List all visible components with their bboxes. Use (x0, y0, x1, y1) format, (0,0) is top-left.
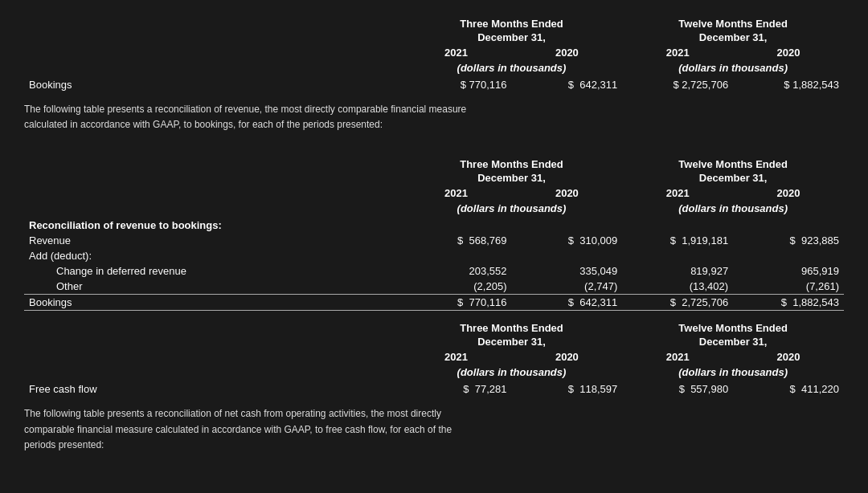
bookings-3m-2020-1: $ 642,311 (511, 77, 622, 92)
three-months-dec-2: December 31, (401, 170, 623, 185)
three-months-dec-3: December 31, (401, 334, 623, 349)
change-3m-2020: 335,049 (511, 263, 622, 279)
section-bookings-top: Three Months Ended Twelve Months Ended D… (24, 16, 844, 92)
fcf-table: Three Months Ended Twelve Months Ended D… (24, 320, 844, 397)
change-12m-2020: 965,919 (733, 263, 844, 279)
col-3m-2020-2: 2020 (511, 185, 622, 201)
col-12m-2020-3: 2020 (733, 349, 844, 365)
other-row: Other (2,205) (2,747) (13,402) (7,261) (24, 279, 844, 295)
col-3m-2021-2: 2021 (401, 185, 512, 201)
col-3m-2020-1: 2020 (511, 45, 622, 60)
unit-12m-3: (dollars in thousands) (622, 365, 844, 381)
add-deduct-row: Add (deduct): (24, 248, 844, 263)
unit-12m-1: (dollars in thousands) (622, 60, 844, 77)
col-3m-2020-3: 2020 (511, 349, 622, 365)
fcf-3m-2020: $ 118,597 (511, 381, 622, 397)
bookings-total-12m-2021: $ 2,725,706 (622, 295, 733, 311)
revenue-label: Revenue (24, 233, 401, 248)
bookings-label-1: Bookings (24, 77, 401, 92)
other-12m-2021: (13,402) (622, 279, 733, 295)
change-12m-2021: 819,927 (622, 263, 733, 279)
twelve-months-dec-2: December 31, (622, 170, 844, 185)
fcf-12m-2021: $ 557,980 (622, 381, 733, 397)
col-12m-2020-1: 2020 (733, 45, 844, 60)
bookings-top-table: Three Months Ended Twelve Months Ended D… (24, 16, 844, 92)
three-months-header-3: Three Months Ended (401, 320, 623, 334)
change-deferred-row: Change in deferred revenue 203,552 335,0… (24, 263, 844, 279)
change-3m-2021: 203,552 (401, 263, 512, 279)
bookings-3m-2021-1: $ 770,116 (401, 77, 512, 92)
revenue-3m-2021: $ 568,769 (401, 233, 512, 248)
unit-3m-3: (dollars in thousands) (401, 365, 623, 381)
bookings-12m-2021-1: $ 2,725,706 (622, 77, 733, 92)
fcf-label: Free cash flow (24, 381, 401, 397)
col-12m-2020-2: 2020 (733, 185, 844, 201)
revenue-3m-2020: $ 310,009 (511, 233, 622, 248)
twelve-months-header-2: Twelve Months Ended (622, 157, 844, 170)
add-deduct-label: Add (deduct): (24, 248, 401, 263)
unit-3m-2: (dollars in thousands) (401, 201, 623, 218)
unit-12m-2: (dollars in thousands) (622, 201, 844, 218)
section-title-row: Reconciliation of revenue to bookings: (24, 218, 844, 233)
other-12m-2020: (7,261) (733, 279, 844, 295)
twelve-months-dec-3: December 31, (622, 334, 844, 349)
section-reconciliation: Three Months Ended Twelve Months Ended D… (24, 157, 844, 311)
fcf-12m-2020: $ 411,220 (733, 381, 844, 397)
bookings-total-12m-2020: $ 1,882,543 (733, 295, 844, 311)
fcf-note-text: The following table presents a reconcili… (24, 406, 474, 453)
revenue-row: Revenue $ 568,769 $ 310,009 $ 1,919,181 … (24, 233, 844, 248)
revenue-12m-2020: $ 923,885 (733, 233, 844, 248)
twelve-months-header-1: Twelve Months Ended (622, 16, 844, 30)
unit-3m-1: (dollars in thousands) (401, 60, 623, 77)
fcf-row: Free cash flow $ 77,281 $ 118,597 $ 557,… (24, 381, 844, 397)
col-3m-2021-1: 2021 (401, 45, 512, 60)
change-deferred-label: Change in deferred revenue (24, 263, 401, 279)
other-3m-2021: (2,205) (401, 279, 512, 295)
other-label: Other (24, 279, 401, 295)
reconciliation-table: Three Months Ended Twelve Months Ended D… (24, 157, 844, 311)
other-3m-2020: (2,747) (511, 279, 622, 295)
bookings-total-label: Bookings (24, 295, 401, 311)
three-months-dec-1: December 31, (401, 30, 623, 45)
reconciliation-title: Reconciliation of revenue to bookings: (24, 218, 401, 233)
bookings-total-row: Bookings $ 770,116 $ 642,311 $ 2,725,706… (24, 295, 844, 311)
bookings-note-text: The following table presents a reconcili… (24, 102, 474, 132)
twelve-months-dec-1: December 31, (622, 30, 844, 45)
revenue-12m-2021: $ 1,919,181 (622, 233, 733, 248)
col-12m-2021-3: 2021 (622, 349, 733, 365)
three-months-header-1: Three Months Ended (401, 16, 623, 30)
bookings-total-3m-2021: $ 770,116 (401, 295, 512, 311)
bookings-row-1: Bookings $ 770,116 $ 642,311 $ 2,725,706… (24, 77, 844, 92)
section-fcf: Three Months Ended Twelve Months Ended D… (24, 320, 844, 397)
three-months-header-2: Three Months Ended (401, 157, 623, 170)
bookings-total-3m-2020: $ 642,311 (511, 295, 622, 311)
bookings-note: The following table presents a reconcili… (24, 102, 844, 132)
twelve-months-header-3: Twelve Months Ended (622, 320, 844, 334)
bookings-12m-2020-1: $ 1,882,543 (733, 77, 844, 92)
col-3m-2021-3: 2021 (401, 349, 512, 365)
col-12m-2021-1: 2021 (622, 45, 733, 60)
col-12m-2021-2: 2021 (622, 185, 733, 201)
fcf-note-section: The following table presents a reconcili… (24, 406, 844, 453)
fcf-3m-2021: $ 77,281 (401, 381, 512, 397)
